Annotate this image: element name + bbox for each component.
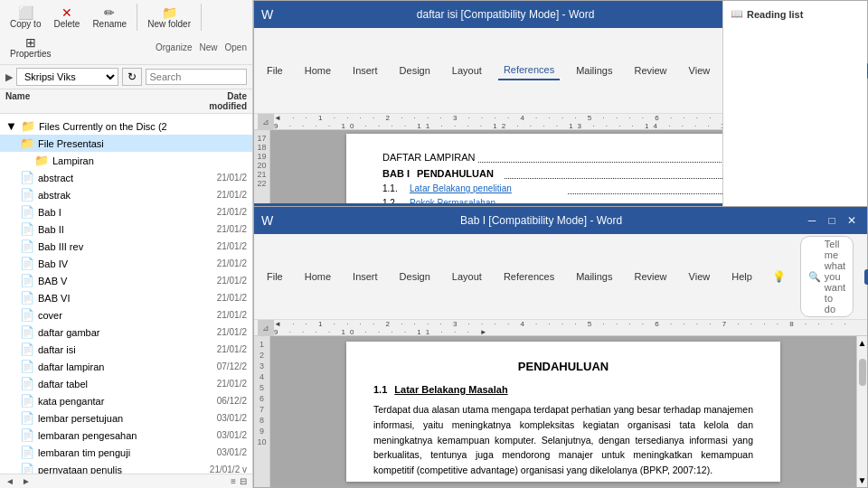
list-item[interactable]: 📄 daftar isi 21/01/2 xyxy=(0,341,252,358)
tab-view[interactable]: View xyxy=(684,61,716,80)
item-label: daftar lampiran xyxy=(38,361,217,372)
word-window-top: W daftar isi [Compatibility Mode] - Word… xyxy=(253,0,868,224)
doc-scroll-area-b: PENDAHULUAN 1.1 Latar Belakang Masalah T… xyxy=(270,336,856,487)
tab-home-b[interactable]: Home xyxy=(299,267,336,286)
item-date: 03/01/2 xyxy=(217,447,247,457)
list-item[interactable]: 📄 abstrak 21/01/2 xyxy=(0,186,252,203)
ruler-corner-b: ⊿ xyxy=(258,320,274,335)
tab-references-b[interactable]: References xyxy=(498,267,560,286)
item-label: lembaran tim penguji xyxy=(38,447,217,458)
tab-mailings-b[interactable]: Mailings xyxy=(571,267,618,286)
list-item[interactable]: 📄 BAB VI 21/01/2 xyxy=(0,289,252,306)
tab-insert[interactable]: Insert xyxy=(347,61,383,80)
list-item[interactable]: 📄 lembaran pengesahan 03/01/2 xyxy=(0,427,252,444)
file-icon: 📄 xyxy=(20,257,34,270)
tab-file[interactable]: File xyxy=(261,61,288,80)
search-input[interactable] xyxy=(146,69,248,85)
list-item[interactable]: 📁 Lampiran xyxy=(0,152,252,169)
file-icon: 📄 xyxy=(20,343,34,356)
tab-home[interactable]: Home xyxy=(299,61,336,80)
list-item[interactable]: 📄 Bab I 21/01/2 xyxy=(0,203,252,221)
list-item[interactable]: 📄 Bab IV 21/01/2 xyxy=(0,255,252,272)
list-item[interactable]: 📄 Bab II 21/01/2 xyxy=(0,221,252,238)
item-date: 21/01/2 xyxy=(217,276,247,286)
list-item[interactable]: ▼ 📁 Files Currently on the Disc (2 xyxy=(0,117,252,135)
left-margin: 171819202122 xyxy=(254,130,270,203)
close-button-bottom[interactable]: ✕ xyxy=(844,212,860,229)
section-title: Latar Belakang Masalah xyxy=(394,384,507,395)
tab-references[interactable]: References xyxy=(498,61,560,80)
delete-button[interactable]: ✕ Delete xyxy=(49,5,84,31)
item-label: cover xyxy=(38,310,217,321)
file-icon: 📄 xyxy=(20,360,34,373)
item-label: kata pengantar xyxy=(38,396,217,407)
item-label: abstract xyxy=(38,173,217,183)
item-date: 21/01/2 xyxy=(217,241,247,251)
detail-view-icon[interactable]: ⊟ xyxy=(240,476,247,486)
tab-view-b[interactable]: View xyxy=(684,267,716,286)
tab-layout[interactable]: Layout xyxy=(447,61,487,80)
ruler-corner: ⊿ xyxy=(258,114,274,129)
file-icon: 📄 xyxy=(20,291,34,305)
item-label: BAB VI xyxy=(38,293,217,304)
toolbar-separator2 xyxy=(201,4,202,31)
refresh-button[interactable]: ↻ xyxy=(122,68,142,86)
item-date: 21/01/2 xyxy=(217,190,247,200)
file-icon: 📄 xyxy=(20,308,34,322)
tab-file-b[interactable]: File xyxy=(261,267,288,286)
explorer-toolbar: ⬜ Copy to ✕ Delete ✏ Rename 📁 New folder… xyxy=(0,0,252,65)
pendahuluan-label: PENDAHULUAN xyxy=(417,168,494,179)
tab-mailings[interactable]: Mailings xyxy=(571,61,618,80)
scroll-up-arrow-b[interactable]: ▲ xyxy=(856,336,867,350)
list-item[interactable]: 📄 Bab III rev 21/01/2 xyxy=(0,238,252,255)
tab-insert-b[interactable]: Insert xyxy=(347,267,383,286)
list-item[interactable]: 📄 cover 21/01/2 xyxy=(0,306,252,324)
tab-design-b[interactable]: Design xyxy=(394,267,436,286)
item-date: 21/01/2 xyxy=(217,327,247,337)
list-item[interactable]: 📄 daftar gambar 21/01/2 xyxy=(0,324,252,341)
file-icon: 📄 xyxy=(20,274,34,287)
tab-help-b[interactable]: Help xyxy=(726,267,758,286)
list-item[interactable]: 📄 BAB V 21/01/2 xyxy=(0,272,252,289)
properties-button[interactable]: ⊞ Properties xyxy=(5,34,56,61)
file-icon: 📄 xyxy=(20,377,34,390)
list-item[interactable]: 📄 abstract 21/01/2 xyxy=(0,169,252,186)
scroll-thumb-b[interactable] xyxy=(859,359,866,386)
tab-review[interactable]: Review xyxy=(629,61,673,80)
date-column-header: Date modified xyxy=(193,91,247,111)
file-icon: 📄 xyxy=(20,188,34,202)
window-controls-bottom: ─ □ ✕ xyxy=(804,212,860,229)
list-item[interactable]: 📄 kata pengantar 06/12/2 xyxy=(0,392,252,409)
list-item[interactable]: 📄 lembar persetujuan 03/01/2 xyxy=(0,409,252,427)
tell-me-bar-bottom[interactable]: 🔍 Tell me what you want to do xyxy=(800,236,854,317)
minimize-button-bottom[interactable]: ─ xyxy=(804,212,820,229)
item-label: Bab II xyxy=(38,224,217,235)
lightbulb-icon-b: 💡 xyxy=(772,270,786,283)
list-view-icon[interactable]: ≡ xyxy=(231,476,236,486)
address-select[interactable]: Skripsi Viks xyxy=(16,68,118,86)
pendahuluan-dots xyxy=(505,172,728,179)
tab-design[interactable]: Design xyxy=(394,61,436,80)
list-item[interactable]: 📄 pernyataan penulis 21/01/2 v xyxy=(0,461,252,474)
list-item[interactable]: 📄 lembaran tim penguji 03/01/2 xyxy=(0,444,252,461)
copy-to-button[interactable]: ⬜ Copy to xyxy=(5,5,45,31)
share-button-bottom[interactable]: 👤 Share xyxy=(864,269,868,285)
document-container-top: 171819202122 DAFTAR LAMPIRAN xv BAB I PE… xyxy=(254,130,867,203)
list-item[interactable]: 📄 daftar tabel 21/01/2 xyxy=(0,375,252,392)
search-icon-b: 🔍 xyxy=(808,271,821,283)
left-margin-b: 12345678910 xyxy=(254,336,270,487)
expand-arrow-icon: ▼ xyxy=(5,119,17,133)
list-item[interactable]: 📄 daftar lampiran 07/12/2 xyxy=(0,358,252,375)
new-folder-button[interactable]: 📁 New folder xyxy=(143,5,195,31)
rename-button[interactable]: ✏ Rename xyxy=(88,5,131,31)
word-ribbon-bottom: File Home Insert Design Layout Reference… xyxy=(254,234,867,320)
tab-review-b[interactable]: Review xyxy=(629,267,673,286)
word-window-bottom: W Bab I [Compatibility Mode] - Word ─ □ … xyxy=(253,206,868,488)
maximize-button-bottom[interactable]: □ xyxy=(824,212,840,229)
scroll-down-arrow-b[interactable]: ▼ xyxy=(856,474,867,487)
vertical-scrollbar-bottom[interactable]: ▲ ▼ xyxy=(856,336,867,487)
list-item[interactable]: 📁 File Presentasi xyxy=(0,135,252,152)
tab-layout-b[interactable]: Layout xyxy=(447,267,487,286)
file-explorer-panel: ⬜ Copy to ✕ Delete ✏ Rename 📁 New folder… xyxy=(0,0,253,488)
paragraph-2: Menurut Handoyo dengan dukungan teknolog… xyxy=(373,485,753,487)
